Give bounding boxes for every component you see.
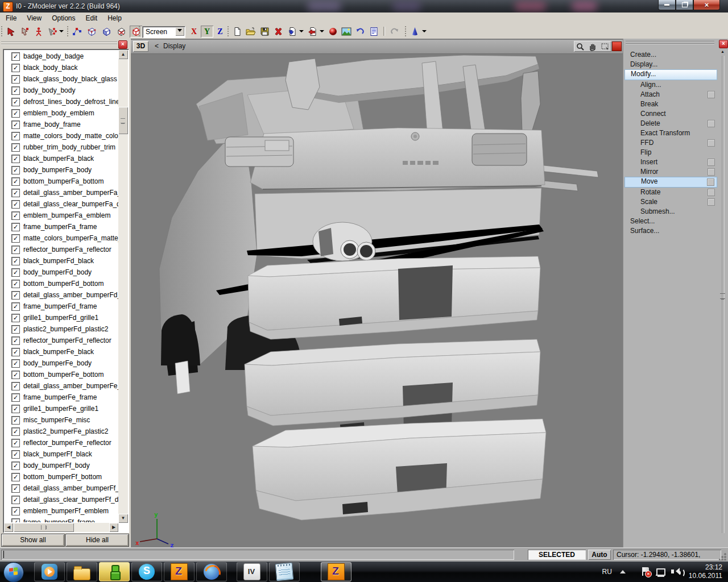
list-item[interactable]: ✓detail_glass_amber_bumperFa_de bbox=[5, 187, 118, 198]
axis-z-button[interactable]: Z bbox=[214, 26, 226, 38]
menu-item-insert[interactable]: Insert bbox=[624, 157, 717, 167]
select-figure-icon[interactable] bbox=[32, 26, 44, 38]
menu-item-checkbox[interactable] bbox=[708, 168, 715, 176]
list-item[interactable]: ✓bottom_bumperFe_bottom bbox=[5, 369, 118, 380]
toolbar-grip[interactable] bbox=[1, 26, 4, 36]
list-item[interactable]: ✓frame_bumperFf_frame bbox=[5, 517, 118, 522]
menu-item-connect[interactable]: Connect bbox=[624, 109, 717, 119]
menu-item-ffd[interactable]: FFD bbox=[624, 138, 717, 148]
panel-close-icon[interactable]: × bbox=[118, 40, 127, 49]
hide-all-button[interactable]: Hide all bbox=[65, 534, 129, 547]
import-dropdown-caret[interactable] bbox=[299, 30, 304, 35]
list-item[interactable]: ✓reflector_bumperFa_reflector bbox=[5, 244, 118, 255]
scroll-down-icon[interactable]: ▼ bbox=[118, 514, 128, 523]
item-checkbox[interactable]: ✓ bbox=[11, 75, 20, 84]
show-hidden-icon[interactable] bbox=[620, 567, 626, 573]
select-dropdown-caret[interactable] bbox=[59, 30, 64, 35]
list-item[interactable]: ✓matte_colors_body_matte_colors bbox=[5, 130, 118, 142]
item-checkbox[interactable]: ✓ bbox=[11, 223, 20, 231]
start-button[interactable] bbox=[3, 562, 24, 582]
item-checkbox[interactable]: ✓ bbox=[11, 371, 20, 379]
zoom-icon[interactable] bbox=[576, 42, 585, 51]
menu-item-checkbox[interactable] bbox=[708, 139, 715, 147]
select-bone-icon[interactable] bbox=[46, 26, 58, 38]
menu-item-exact-transform[interactable]: Exact Transform bbox=[624, 128, 717, 138]
menu-item-scale[interactable]: Scale bbox=[624, 197, 717, 207]
restore-button[interactable] bbox=[676, 0, 693, 10]
commands-panel-scrollbar[interactable]: × ▲ bbox=[718, 39, 728, 547]
menu-options[interactable]: Options bbox=[47, 13, 80, 23]
list-item[interactable]: ✓badge_body_badge bbox=[5, 51, 118, 62]
item-checkbox[interactable]: ✓ bbox=[11, 268, 20, 277]
menu-item-align[interactable]: Align... bbox=[624, 80, 717, 90]
filter-dropdown-caret[interactable] bbox=[422, 30, 427, 35]
item-checkbox[interactable]: ✓ bbox=[11, 484, 20, 493]
3d-viewport-canvas[interactable]: x y z bbox=[131, 54, 623, 547]
menu-item-surface[interactable]: Surface... bbox=[624, 226, 717, 236]
item-checkbox[interactable]: ✓ bbox=[11, 109, 20, 118]
list-item[interactable]: ✓frame_bumperFe_frame bbox=[5, 392, 118, 403]
item-checkbox[interactable]: ✓ bbox=[11, 314, 20, 322]
auto-button[interactable]: Auto bbox=[588, 550, 611, 560]
list-item[interactable]: ✓frame_bumperFa_frame bbox=[5, 221, 118, 232]
select-add-icon[interactable] bbox=[18, 26, 31, 38]
item-checkbox[interactable]: ✓ bbox=[11, 246, 20, 254]
item-checkbox[interactable]: ✓ bbox=[11, 143, 20, 152]
item-checkbox[interactable]: ✓ bbox=[11, 462, 20, 470]
list-item[interactable]: ✓bottom_bumperFf_bottom bbox=[5, 471, 118, 483]
export-icon[interactable] bbox=[306, 26, 318, 38]
clock[interactable]: 23:12 10.06.2011 bbox=[689, 563, 722, 580]
menu-item-checkbox[interactable] bbox=[708, 159, 715, 166]
scroll-up-icon[interactable]: ▲ bbox=[719, 48, 726, 55]
volume-icon[interactable] bbox=[671, 567, 681, 577]
list-item[interactable]: ✓grille1_bumperFe_grille1 bbox=[5, 403, 118, 414]
item-checkbox[interactable]: ✓ bbox=[11, 416, 20, 425]
list-item[interactable]: ✓black_bumperFe_black bbox=[5, 346, 118, 357]
list-item[interactable]: ✓black_bumperFf_black bbox=[5, 448, 118, 460]
list-item[interactable]: ✓detail_glass_clear_bumperFa_det bbox=[5, 198, 118, 210]
item-checkbox[interactable]: ✓ bbox=[11, 98, 20, 106]
view-mode-button[interactable]: 3D bbox=[133, 41, 148, 52]
item-checkbox[interactable]: ✓ bbox=[11, 393, 20, 402]
menu-item-checkbox[interactable] bbox=[708, 120, 715, 127]
item-checkbox[interactable]: ✓ bbox=[11, 86, 20, 95]
menu-item-delete[interactable]: Delete bbox=[624, 119, 717, 128]
vertices-mode-icon[interactable] bbox=[71, 26, 83, 38]
item-checkbox[interactable]: ✓ bbox=[11, 291, 20, 300]
filter-cone-icon[interactable] bbox=[408, 26, 421, 38]
axis-y-button[interactable]: Y bbox=[201, 26, 213, 38]
menu-edit[interactable]: Edit bbox=[81, 13, 102, 23]
item-checkbox[interactable]: ✓ bbox=[11, 450, 20, 459]
list-vertical-scrollbar[interactable]: ▲ ▼ bbox=[118, 50, 128, 523]
item-checkbox[interactable]: ✓ bbox=[11, 359, 20, 368]
toolbar-grip[interactable] bbox=[139, 26, 142, 36]
list-item[interactable]: ✓emblem_bumperFf_emblem bbox=[5, 505, 118, 517]
item-checkbox[interactable]: ✓ bbox=[11, 132, 20, 140]
item-checkbox[interactable]: ✓ bbox=[11, 507, 20, 516]
toolbar-grip[interactable] bbox=[405, 26, 408, 36]
command-input[interactable] bbox=[1, 550, 514, 560]
item-checkbox[interactable]: ✓ bbox=[11, 302, 20, 311]
item-checkbox[interactable]: ✓ bbox=[11, 52, 20, 61]
marquee-select-icon[interactable] bbox=[601, 42, 610, 51]
menu-file[interactable]: File bbox=[1, 13, 21, 23]
axis-x-button[interactable]: X bbox=[188, 26, 200, 38]
log-icon[interactable] bbox=[367, 26, 380, 38]
list-item[interactable]: ✓plastic2_bumperFe_plastic2 bbox=[5, 426, 118, 437]
show-all-button[interactable]: Show all bbox=[1, 534, 65, 547]
import-icon[interactable] bbox=[286, 26, 298, 38]
scroll-left-icon[interactable]: ◀ bbox=[4, 523, 13, 532]
item-checkbox[interactable]: ✓ bbox=[11, 120, 20, 129]
list-item[interactable]: ✓detail_glass_clear_bumperFf_det bbox=[5, 494, 118, 505]
taskbar-button-explorer[interactable] bbox=[67, 562, 97, 581]
item-checkbox[interactable]: ✓ bbox=[11, 155, 20, 163]
language-indicator[interactable]: RU bbox=[602, 568, 611, 576]
edges-mode-icon[interactable] bbox=[85, 26, 98, 38]
scroll-up-icon[interactable]: ▲ bbox=[118, 50, 128, 59]
panel-close-icon[interactable]: × bbox=[719, 40, 728, 48]
list-item[interactable]: ✓black_body_black bbox=[5, 62, 118, 73]
list-item[interactable]: ✓rubber_trim_body_rubber_trim bbox=[5, 142, 118, 153]
list-item[interactable]: ✓body_bumperFa_body bbox=[5, 164, 118, 176]
texture-icon[interactable] bbox=[340, 26, 353, 38]
taskbar-button-skype[interactable] bbox=[131, 562, 162, 581]
